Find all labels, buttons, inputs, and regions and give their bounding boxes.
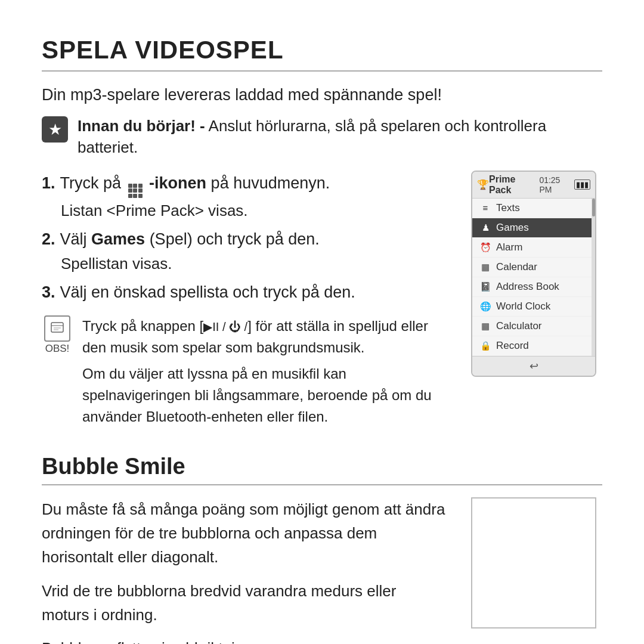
step1-sub: Listan <Prime Pack> visas.: [61, 202, 447, 220]
notice-bold: Innan du börjar! -: [78, 117, 205, 135]
left-column: 1. Tryck på: [42, 171, 447, 432]
step1-after: på huvudmenyn.: [211, 174, 330, 192]
device-menu-item-alarm[interactable]: ⏰ Alarm: [472, 238, 592, 258]
step-2: 2. Välj Games (Spel) och tryck på den.: [42, 227, 447, 252]
content-area: 1. Tryck på: [42, 171, 602, 432]
device-header-title: Prime Pack: [489, 174, 539, 196]
page: SPELA VIDEOSPEL Din mp3-spelare leverera…: [0, 0, 644, 644]
step3-num: 3.: [42, 280, 55, 305]
device-menu-item-address-book[interactable]: 📓 Address Book: [472, 277, 592, 297]
games-label: Games: [496, 222, 584, 234]
obs-icon: [44, 315, 70, 342]
obs-icon-container: OBS!: [42, 315, 73, 355]
section2-title: Bubble Smile: [42, 454, 602, 485]
device-menu-item-games[interactable]: ♟ Games: [472, 218, 592, 238]
obs-label: OBS!: [45, 343, 70, 355]
obs-line2: Om du väljer att lyssna på en musikfil k…: [82, 363, 447, 428]
scrollbar[interactable]: [592, 199, 595, 356]
texts-icon: ≡: [479, 203, 491, 213]
section2-para1: Du måste få så många poäng som möjligt g…: [42, 497, 447, 569]
step-3: 3. Välj en önskad spellista och tryck på…: [42, 280, 447, 305]
section2: Bubble Smile Du måste få så många poäng …: [42, 454, 602, 644]
battery-icon: ▮▮▮: [574, 179, 590, 190]
calendar-label: Calendar: [496, 261, 584, 273]
svg-rect-0: [51, 323, 63, 332]
star-icon: ★: [42, 116, 68, 143]
step2-bold: Games: [91, 230, 145, 248]
obs-line1: Tryck på knappen [▶II / ⏻ /] för att stä…: [82, 315, 447, 358]
world-clock-icon: 🌐: [479, 301, 491, 312]
device-time: 01:25 PM: [539, 175, 574, 194]
address-book-icon: 📓: [479, 281, 491, 292]
record-icon: 🔒: [479, 340, 491, 351]
game-screenshot-placeholder: [471, 497, 596, 628]
device-inner: ≡ Texts ♟ Games ⏰ Alarm ▦: [472, 199, 595, 356]
step2-num: 2.: [42, 227, 55, 252]
scrollbar-thumb: [592, 199, 595, 216]
obs-box: OBS! Tryck på knappen [▶II / ⏻ /] för at…: [42, 315, 447, 428]
alarm-label: Alarm: [496, 242, 584, 253]
record-label: Record: [496, 340, 584, 352]
address-book-label: Address Book: [496, 281, 584, 293]
calculator-label: Calculator: [496, 320, 584, 332]
section2-left: Du måste få så många poäng som möjligt g…: [42, 497, 447, 644]
device-menu-item-calendar[interactable]: ▦ Calendar: [472, 258, 592, 277]
section2-para2: Vrid de tre bubblorna bredvid varandra m…: [42, 579, 447, 627]
prime-pack-icon: [128, 184, 143, 198]
section2-right: [471, 497, 602, 644]
alarm-icon: ⏰: [479, 242, 491, 253]
device-menu-item-record[interactable]: 🔒 Record: [472, 336, 592, 356]
notice-box: ★ Innan du börjar! - Anslut hörlurarna, …: [42, 115, 602, 159]
games-icon: ♟: [479, 222, 491, 233]
texts-label: Texts: [496, 202, 584, 214]
device-footer[interactable]: ↩: [472, 356, 595, 376]
device-header-icon: 🏆: [477, 179, 489, 190]
step1-num: 1.: [42, 171, 55, 196]
pencil-icon: [49, 320, 66, 337]
calendar-icon: ▦: [479, 262, 491, 273]
play-icon: ▶II / ⏻ /: [203, 320, 247, 333]
obs-text: Tryck på knappen [▶II / ⏻ /] för att stä…: [82, 315, 447, 428]
step1-bold: -ikonen: [149, 174, 206, 192]
step2-text: Välj Games (Spel) och tryck på den.: [60, 227, 320, 252]
device-list: ≡ Texts ♟ Games ⏰ Alarm ▦: [472, 199, 592, 356]
world-clock-label: World Clock: [496, 301, 584, 312]
back-icon: ↩: [530, 360, 538, 372]
device-header: 🏆 Prime Pack 01:25 PM ▮▮▮: [472, 172, 595, 199]
device: 🏆 Prime Pack 01:25 PM ▮▮▮ ≡ Texts ♟ Game…: [471, 171, 596, 377]
step-1: 1. Tryck på: [42, 171, 447, 198]
step1-text: Tryck på: [60, 171, 330, 198]
page-title: SPELA VIDEOSPEL: [42, 36, 602, 72]
notice-text: Innan du börjar! - Anslut hörlurarna, sl…: [78, 115, 602, 159]
intro-text: Din mp3-spelare levereras laddad med spä…: [42, 86, 602, 104]
section2-content: Du måste få så många poäng som möjligt g…: [42, 497, 602, 644]
step3-text: Välj en önskad spellista och tryck på de…: [60, 280, 355, 305]
device-menu-item-world-clock[interactable]: 🌐 World Clock: [472, 297, 592, 317]
device-menu-item-texts[interactable]: ≡ Texts: [472, 199, 592, 218]
calculator-icon: ▦: [479, 321, 491, 332]
device-menu-item-calculator[interactable]: ▦ Calculator: [472, 317, 592, 336]
step2-sub: Spellistan visas.: [61, 255, 447, 273]
section2-para3: Bubblorna flyttas i vald riktning.: [42, 636, 447, 644]
device-mockup: 🏆 Prime Pack 01:25 PM ▮▮▮ ≡ Texts ♟ Game…: [471, 171, 602, 432]
